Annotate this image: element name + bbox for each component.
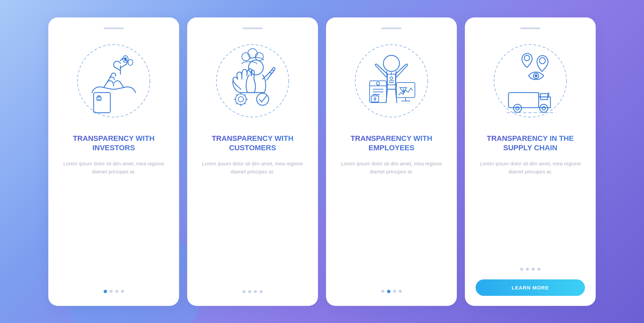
svg-point-52: [516, 107, 519, 110]
card-customers: TRANSPARENCY WITH CUSTOMERS Lorem ipsum …: [187, 17, 318, 306]
svg-point-46: [524, 55, 530, 61]
dot-4[interactable]: [399, 290, 402, 293]
dot-3[interactable]: [393, 290, 396, 293]
dot-3[interactable]: [532, 268, 535, 271]
dot-3[interactable]: [254, 290, 257, 293]
dot-1[interactable]: [104, 290, 107, 293]
card-title-supply-chain: TRANSPARENCY IN THE SUPPLY CHAIN: [476, 134, 585, 153]
svg-point-53: [540, 104, 548, 112]
card-handle: [243, 28, 263, 29]
svg-point-23: [257, 93, 269, 105]
svg-point-11: [248, 49, 257, 58]
dots-supply-chain: [520, 268, 540, 271]
learn-more-button[interactable]: LEARN MORE: [476, 279, 585, 296]
dot-2[interactable]: [526, 268, 529, 271]
dot-4[interactable]: [121, 290, 124, 293]
dot-2[interactable]: [248, 290, 251, 293]
card-body-supply-chain: Lorem ipsum dolor sit dim amet, mea regi…: [476, 160, 585, 176]
dot-4[interactable]: [537, 268, 540, 271]
svg-point-51: [514, 104, 522, 112]
card-handle: [104, 28, 124, 29]
card-body-investors: Lorem ipsum dolor sit dim amet, mea regi…: [59, 160, 168, 176]
card-employees: TRANSPARENCY WITH EMPLOYEES Lorem ipsum …: [326, 17, 457, 306]
dot-1[interactable]: [381, 290, 384, 293]
svg-point-0: [77, 45, 150, 117]
illustration-customers: [209, 37, 296, 124]
svg-line-22: [236, 103, 237, 104]
dot-4[interactable]: [260, 290, 263, 293]
card-investors: $ TRANSPARENCY WITH INVESTORS Lorem ipsu…: [48, 17, 179, 306]
illustration-supply-chain: [487, 37, 574, 124]
svg-line-21: [245, 95, 246, 96]
dot-1[interactable]: [243, 290, 246, 293]
svg-text:$: $: [124, 57, 126, 61]
svg-line-20: [245, 103, 246, 104]
dots-employees: [381, 290, 402, 293]
svg-line-19: [236, 95, 237, 96]
cards-container: $ TRANSPARENCY WITH INVESTORS Lorem ipsu…: [35, 4, 609, 319]
illustration-investors: $: [70, 37, 157, 124]
svg-point-25: [383, 55, 399, 71]
dot-2[interactable]: [387, 290, 390, 293]
dots-investors: [104, 290, 124, 293]
dots-customers: [243, 290, 263, 293]
svg-point-14: [238, 97, 244, 102]
svg-point-9: [249, 60, 263, 75]
card-title-customers: TRANSPARENCY WITH CUSTOMERS: [198, 134, 307, 153]
svg-point-54: [542, 107, 545, 110]
card-body-employees: Lorem ipsum dolor sit dim amet, mea regi…: [337, 160, 446, 176]
svg-point-49: [535, 75, 537, 77]
card-supply-chain: TRANSPARENCY IN THE SUPPLY CHAIN Lorem i…: [465, 17, 596, 306]
illustration-employees: [348, 37, 435, 124]
card-handle: [381, 28, 401, 29]
svg-point-47: [539, 58, 545, 64]
card-title-employees: TRANSPARENCY WITH EMPLOYEES: [337, 134, 446, 153]
svg-point-44: [403, 91, 404, 92]
dot-3[interactable]: [115, 290, 118, 293]
card-title-investors: TRANSPARENCY WITH INVESTORS: [59, 134, 168, 153]
card-body-customers: Lorem ipsum dolor sit dim amet, mea regi…: [198, 160, 307, 176]
svg-rect-5: [94, 93, 110, 113]
svg-point-8: [216, 45, 289, 117]
svg-point-12: [255, 53, 263, 61]
card-handle: [520, 28, 540, 29]
svg-point-4: [128, 59, 133, 65]
svg-rect-50: [508, 93, 539, 108]
svg-point-28: [390, 77, 393, 79]
dot-2[interactable]: [110, 290, 113, 293]
svg-point-45: [494, 45, 567, 117]
dot-1[interactable]: [520, 268, 523, 271]
